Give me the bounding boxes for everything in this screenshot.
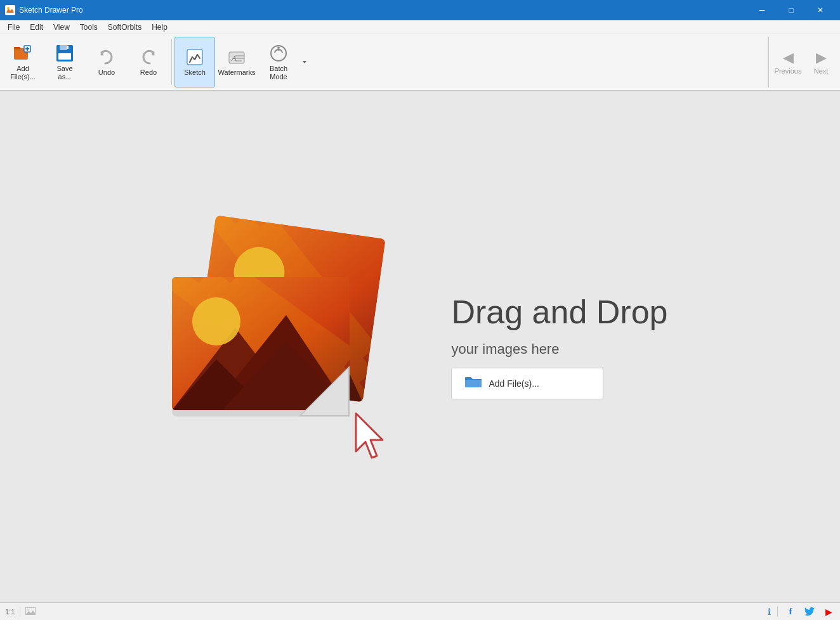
main-content: Drag and Drop your images here Add File(…	[0, 91, 840, 602]
add-files-label: AddFile(s)...	[10, 65, 36, 81]
close-button[interactable]: ✕	[806, 0, 835, 20]
menu-softorbits[interactable]: SoftOrbits	[103, 20, 147, 34]
svg-point-17	[277, 48, 280, 51]
svg-marker-18	[303, 61, 306, 63]
drag-drop-subtitle: your images here	[451, 341, 667, 358]
svg-marker-32	[25, 610, 36, 615]
info-icon: ℹ	[768, 607, 771, 617]
next-label: Next	[814, 67, 829, 75]
status-right: ℹ f ▶	[768, 605, 835, 618]
undo-icon	[96, 47, 117, 67]
add-files-main-button[interactable]: Add File(s)...	[451, 368, 603, 399]
menu-file[interactable]: File	[3, 20, 25, 34]
next-button[interactable]: ▶ Next	[804, 37, 837, 87]
zoom-level: 1:1	[5, 608, 15, 616]
drop-zone-container: Drag and Drop your images here Add File(…	[172, 226, 667, 467]
menu-bar: File Edit View Tools SoftOrbits Help	[0, 20, 840, 34]
status-image-icon	[25, 607, 36, 616]
svg-rect-3	[14, 47, 20, 49]
svg-rect-8	[60, 45, 67, 50]
menu-tools[interactable]: Tools	[75, 20, 103, 34]
batch-mode-button[interactable]: BatchMode	[258, 37, 299, 87]
svg-point-29	[192, 297, 240, 346]
batch-mode-label: BatchMode	[270, 65, 287, 81]
window-controls: ─ □ ✕	[747, 0, 835, 20]
status-bar: 1:1 ℹ f ▶	[0, 602, 840, 620]
menu-edit[interactable]: Edit	[25, 20, 48, 34]
cursor-icon	[350, 410, 394, 461]
image-card-front	[172, 277, 350, 417]
menu-help[interactable]: Help	[147, 20, 173, 34]
undo-button[interactable]: Undo	[86, 37, 127, 87]
toolbar-sep-1	[171, 39, 172, 85]
watermarks-icon: A	[226, 47, 247, 67]
youtube-icon[interactable]: ▶	[822, 605, 835, 618]
next-arrow-icon: ▶	[816, 49, 827, 66]
app-icon	[5, 5, 15, 15]
batch-mode-icon	[268, 43, 289, 63]
redo-icon	[138, 47, 159, 67]
batch-dropdown-arrow[interactable]	[300, 37, 309, 87]
toolbar-nav: ◀ Previous ▶ Next	[768, 37, 837, 87]
previous-label: Previous	[775, 67, 802, 75]
undo-label: Undo	[98, 68, 115, 77]
maximize-button[interactable]: □	[777, 0, 806, 20]
add-files-button[interactable]: AddFile(s)...	[3, 37, 43, 87]
svg-point-33	[27, 609, 29, 611]
image-illustration	[172, 226, 413, 467]
status-left: 1:1	[5, 607, 36, 617]
redo-button[interactable]: Redo	[128, 37, 169, 87]
sketch-button[interactable]: Sketch	[174, 37, 215, 87]
toolbar: AddFile(s)... Saveas... Undo	[0, 34, 840, 91]
svg-point-1	[7, 7, 10, 10]
add-files-btn-label: Add File(s)...	[489, 378, 539, 389]
save-as-label: Saveas...	[56, 65, 72, 81]
page-curl	[299, 366, 350, 417]
minimize-button[interactable]: ─	[747, 0, 777, 20]
watermarks-button[interactable]: A Watermarks	[216, 37, 257, 87]
add-files-icon	[13, 43, 33, 63]
redo-label: Redo	[140, 68, 157, 77]
drop-text-area: Drag and Drop your images here Add File(…	[451, 294, 667, 399]
title-bar: Sketch Drawer Pro ─ □ ✕	[0, 0, 840, 20]
status-divider-1	[20, 607, 20, 617]
previous-button[interactable]: ◀ Previous	[771, 37, 804, 87]
drag-drop-title: Drag and Drop	[451, 294, 667, 330]
svg-rect-0	[5, 5, 15, 15]
twitter-icon[interactable]	[803, 605, 816, 618]
status-divider-2	[777, 607, 778, 617]
app-title: Sketch Drawer Pro	[19, 6, 747, 15]
svg-rect-9	[58, 53, 71, 60]
folder-icon	[464, 375, 482, 392]
svg-marker-30	[356, 413, 383, 458]
save-as-button[interactable]: Saveas...	[44, 37, 85, 87]
previous-arrow-icon: ◀	[783, 49, 794, 66]
facebook-icon[interactable]: f	[784, 605, 797, 618]
sketch-label: Sketch	[184, 68, 206, 77]
sketch-icon	[185, 47, 205, 67]
save-as-icon	[55, 43, 75, 63]
svg-rect-10	[67, 46, 69, 49]
menu-view[interactable]: View	[48, 20, 75, 34]
watermarks-label: Watermarks	[218, 68, 256, 77]
